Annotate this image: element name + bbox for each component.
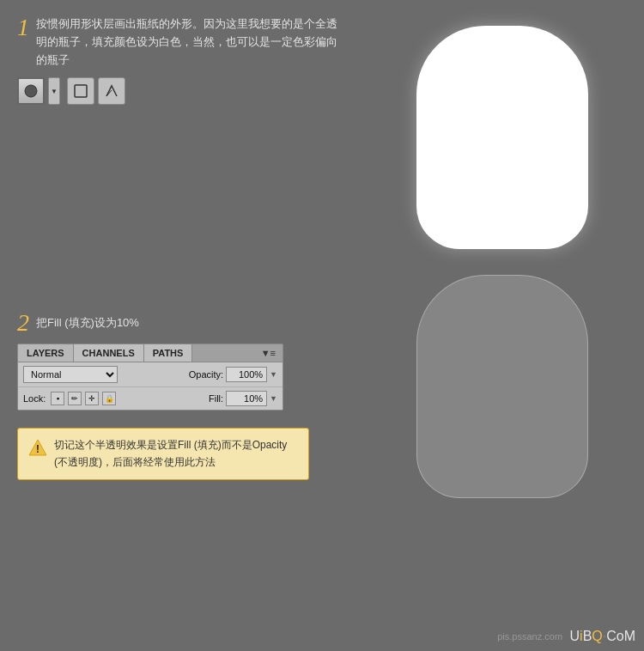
lock-all-icon[interactable]: 🔒 [102,392,116,405]
tool-icons-row: ▼ [17,77,343,105]
bottle-white [416,26,588,249]
watermark: pis.pssanz.com UiBQ·CoM [497,629,635,644]
tab-channels[interactable]: CHANNELS [74,344,144,362]
step2-number: 2 [17,311,29,335]
step1-text: 按惯例用形状层画出瓶纸的外形。因为这里我想要的是个全透明的瓶子，填充颜色设为白色… [36,15,343,69]
fill-label: Fill: [209,393,223,404]
lock-label: Lock: [23,393,46,404]
panel-menu-icon[interactable]: ▼≡ [254,344,283,362]
opacity-label: Opacity: [189,369,223,380]
bottle-transparent [416,275,588,498]
lock-move-icon[interactable]: ✛ [85,392,99,405]
ellipse-tool-icon[interactable] [17,77,45,105]
tab-layers[interactable]: LAYERS [18,344,74,362]
watermark-prefix: pis.pssanz.com [497,631,562,642]
fill-arrow[interactable]: ▼ [270,394,277,403]
opacity-value[interactable]: 100% [226,367,267,382]
svg-point-0 [25,85,37,97]
svg-text:!: ! [36,442,39,455]
tab-paths[interactable]: PATHS [144,344,193,362]
fill-value[interactable]: 10% [226,391,267,406]
path-tool-icon[interactable] [98,77,125,105]
tool-dropdown-arrow[interactable]: ▼ [48,77,60,105]
fill-control: Fill: 10% ▼ [209,391,277,406]
step2-label: 把Fill (填充)设为10% [36,314,139,332]
opacity-arrow[interactable]: ▼ [270,370,277,379]
warning-text: 切记这个半透明效果是设置Fill (填充)而不是Opacity (不透明度)，后… [54,437,298,470]
step2-header: 2 把Fill (填充)设为10% [17,311,343,335]
warning-box: ! 切记这个半透明效果是设置Fill (填充)而不是Opacity (不透明度)… [17,428,309,479]
warning-icon: ! [28,438,47,457]
step2-section: 2 把Fill (填充)设为10% LAYERS CHANNELS PATHS … [17,311,343,479]
step1-number: 1 [17,15,29,40]
lock-fill-row: Lock: ▪ ✏ ✛ 🔒 Fill: 10% ▼ [18,387,283,410]
lock-transparency-icon[interactable]: ▪ [51,392,64,405]
step1-section: 1 按惯例用形状层画出瓶纸的外形。因为这里我想要的是个全透明的瓶子，填充颜色设为… [17,15,343,105]
left-panel: 1 按惯例用形状层画出瓶纸的外形。因为这里我想要的是个全透明的瓶子，填充颜色设为… [0,0,361,651]
svg-rect-1 [75,85,87,97]
blend-mode-select[interactable]: Normal [23,366,118,383]
watermark-brand: UiBQ·CoM [570,629,636,644]
blend-opacity-row: Normal Opacity: 100% ▼ [18,362,283,387]
right-panel [361,0,644,651]
layers-panel: LAYERS CHANNELS PATHS ▼≡ Normal Opacity:… [17,344,283,411]
layers-tabs: LAYERS CHANNELS PATHS ▼≡ [18,344,283,362]
opacity-control: Opacity: 100% ▼ [189,367,277,382]
lock-brush-icon[interactable]: ✏ [68,392,82,405]
rectangle-tool-icon[interactable] [67,77,94,105]
